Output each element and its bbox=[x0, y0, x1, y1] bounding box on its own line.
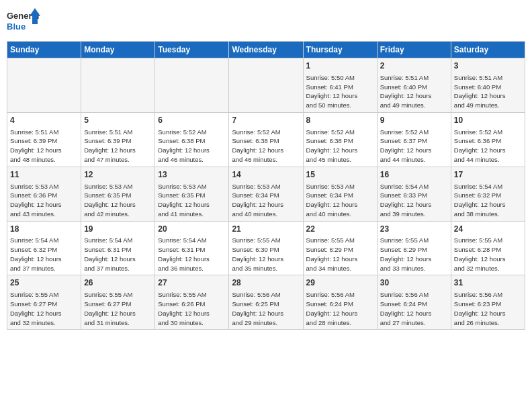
day-number: 5 bbox=[84, 115, 152, 126]
day-info: Sunrise: 5:55 AM Sunset: 6:27 PM Dayligh… bbox=[84, 290, 152, 327]
day-number: 20 bbox=[158, 224, 226, 235]
day-info: Sunrise: 5:52 AM Sunset: 6:36 PM Dayligh… bbox=[454, 128, 522, 165]
day-info: Sunrise: 5:54 AM Sunset: 6:31 PM Dayligh… bbox=[84, 236, 152, 273]
day-cell: 28Sunrise: 5:56 AM Sunset: 6:25 PM Dayli… bbox=[229, 275, 303, 330]
day-cell bbox=[155, 58, 229, 113]
day-number: 10 bbox=[454, 115, 522, 126]
weekday-header-friday: Friday bbox=[377, 42, 451, 58]
weekday-header-sunday: Sunday bbox=[7, 42, 81, 58]
day-cell: 25Sunrise: 5:55 AM Sunset: 6:27 PM Dayli… bbox=[7, 275, 81, 330]
week-row-5: 25Sunrise: 5:55 AM Sunset: 6:27 PM Dayli… bbox=[7, 275, 525, 330]
day-info: Sunrise: 5:56 AM Sunset: 6:24 PM Dayligh… bbox=[380, 290, 448, 327]
day-cell: 9Sunrise: 5:52 AM Sunset: 6:37 PM Daylig… bbox=[377, 112, 451, 167]
day-cell: 12Sunrise: 5:53 AM Sunset: 6:35 PM Dayli… bbox=[81, 167, 155, 221]
day-number: 24 bbox=[454, 224, 522, 235]
day-info: Sunrise: 5:55 AM Sunset: 6:30 PM Dayligh… bbox=[232, 236, 300, 273]
day-number: 28 bbox=[232, 277, 300, 289]
day-info: Sunrise: 5:53 AM Sunset: 6:35 PM Dayligh… bbox=[158, 182, 226, 219]
day-cell: 10Sunrise: 5:52 AM Sunset: 6:36 PM Dayli… bbox=[451, 112, 525, 167]
day-number: 14 bbox=[232, 169, 300, 181]
day-number: 22 bbox=[306, 224, 374, 235]
week-row-2: 4Sunrise: 5:51 AM Sunset: 6:39 PM Daylig… bbox=[7, 112, 525, 167]
day-info: Sunrise: 5:53 AM Sunset: 6:34 PM Dayligh… bbox=[306, 182, 374, 219]
day-number: 4 bbox=[10, 115, 78, 126]
day-info: Sunrise: 5:55 AM Sunset: 6:29 PM Dayligh… bbox=[380, 236, 448, 273]
day-cell: 8Sunrise: 5:52 AM Sunset: 6:38 PM Daylig… bbox=[303, 112, 377, 167]
day-cell: 4Sunrise: 5:51 AM Sunset: 6:39 PM Daylig… bbox=[7, 112, 81, 167]
day-cell: 23Sunrise: 5:55 AM Sunset: 6:29 PM Dayli… bbox=[377, 221, 451, 275]
day-number: 25 bbox=[10, 277, 78, 289]
day-info: Sunrise: 5:52 AM Sunset: 6:38 PM Dayligh… bbox=[158, 128, 226, 165]
day-cell: 13Sunrise: 5:53 AM Sunset: 6:35 PM Dayli… bbox=[155, 167, 229, 221]
day-info: Sunrise: 5:55 AM Sunset: 6:29 PM Dayligh… bbox=[306, 236, 374, 273]
week-row-1: 1Sunrise: 5:50 AM Sunset: 6:41 PM Daylig… bbox=[7, 58, 525, 113]
day-number: 19 bbox=[84, 224, 152, 235]
day-number: 1 bbox=[306, 60, 374, 72]
day-number: 3 bbox=[454, 60, 522, 72]
day-cell bbox=[7, 58, 81, 113]
svg-text:Blue: Blue bbox=[7, 21, 26, 32]
day-info: Sunrise: 5:53 AM Sunset: 6:36 PM Dayligh… bbox=[10, 182, 78, 219]
day-cell: 27Sunrise: 5:55 AM Sunset: 6:26 PM Dayli… bbox=[155, 275, 229, 330]
day-cell: 20Sunrise: 5:54 AM Sunset: 6:31 PM Dayli… bbox=[155, 221, 229, 275]
day-number: 21 bbox=[232, 224, 300, 235]
day-number: 7 bbox=[232, 115, 300, 126]
day-cell: 21Sunrise: 5:55 AM Sunset: 6:30 PM Dayli… bbox=[229, 221, 303, 275]
day-number: 13 bbox=[158, 169, 226, 181]
day-cell: 2Sunrise: 5:51 AM Sunset: 6:40 PM Daylig… bbox=[377, 58, 451, 113]
day-cell: 3Sunrise: 5:51 AM Sunset: 6:40 PM Daylig… bbox=[451, 58, 525, 113]
day-number: 2 bbox=[380, 60, 448, 72]
day-cell: 29Sunrise: 5:56 AM Sunset: 6:24 PM Dayli… bbox=[303, 275, 377, 330]
day-number: 17 bbox=[454, 169, 522, 181]
day-number: 27 bbox=[158, 277, 226, 289]
day-number: 12 bbox=[84, 169, 152, 181]
day-cell: 15Sunrise: 5:53 AM Sunset: 6:34 PM Dayli… bbox=[303, 167, 377, 221]
day-info: Sunrise: 5:52 AM Sunset: 6:38 PM Dayligh… bbox=[306, 128, 374, 165]
weekday-header-saturday: Saturday bbox=[451, 42, 525, 58]
day-info: Sunrise: 5:51 AM Sunset: 6:40 PM Dayligh… bbox=[380, 73, 448, 110]
week-row-4: 18Sunrise: 5:54 AM Sunset: 6:32 PM Dayli… bbox=[7, 221, 525, 275]
day-info: Sunrise: 5:55 AM Sunset: 6:27 PM Dayligh… bbox=[10, 290, 78, 327]
day-cell: 7Sunrise: 5:52 AM Sunset: 6:38 PM Daylig… bbox=[229, 112, 303, 167]
day-number: 6 bbox=[158, 115, 226, 126]
day-cell: 24Sunrise: 5:55 AM Sunset: 6:28 PM Dayli… bbox=[451, 221, 525, 275]
logo: General Blue bbox=[7, 7, 40, 37]
day-info: Sunrise: 5:53 AM Sunset: 6:34 PM Dayligh… bbox=[232, 182, 300, 219]
day-cell: 18Sunrise: 5:54 AM Sunset: 6:32 PM Dayli… bbox=[7, 221, 81, 275]
day-info: Sunrise: 5:55 AM Sunset: 6:28 PM Dayligh… bbox=[454, 236, 522, 273]
day-cell: 31Sunrise: 5:56 AM Sunset: 6:23 PM Dayli… bbox=[451, 275, 525, 330]
day-number: 16 bbox=[380, 169, 448, 181]
week-row-3: 11Sunrise: 5:53 AM Sunset: 6:36 PM Dayli… bbox=[7, 167, 525, 221]
day-number: 18 bbox=[10, 224, 78, 235]
calendar-header: SundayMondayTuesdayWednesdayThursdayFrid… bbox=[7, 42, 525, 58]
day-cell bbox=[81, 58, 155, 113]
calendar-body: 1Sunrise: 5:50 AM Sunset: 6:41 PM Daylig… bbox=[7, 58, 525, 330]
day-cell bbox=[229, 58, 303, 113]
weekday-row: SundayMondayTuesdayWednesdayThursdayFrid… bbox=[7, 42, 525, 58]
day-info: Sunrise: 5:51 AM Sunset: 6:40 PM Dayligh… bbox=[454, 73, 522, 110]
day-cell: 5Sunrise: 5:51 AM Sunset: 6:39 PM Daylig… bbox=[81, 112, 155, 167]
day-cell: 26Sunrise: 5:55 AM Sunset: 6:27 PM Dayli… bbox=[81, 275, 155, 330]
day-cell: 22Sunrise: 5:55 AM Sunset: 6:29 PM Dayli… bbox=[303, 221, 377, 275]
day-cell: 11Sunrise: 5:53 AM Sunset: 6:36 PM Dayli… bbox=[7, 167, 81, 221]
weekday-header-thursday: Thursday bbox=[303, 42, 377, 58]
calendar-table: SundayMondayTuesdayWednesdayThursdayFrid… bbox=[7, 41, 525, 330]
logo-svg: General Blue bbox=[7, 7, 40, 37]
day-cell: 19Sunrise: 5:54 AM Sunset: 6:31 PM Dayli… bbox=[81, 221, 155, 275]
day-info: Sunrise: 5:56 AM Sunset: 6:25 PM Dayligh… bbox=[232, 290, 300, 327]
day-cell: 30Sunrise: 5:56 AM Sunset: 6:24 PM Dayli… bbox=[377, 275, 451, 330]
day-info: Sunrise: 5:50 AM Sunset: 6:41 PM Dayligh… bbox=[306, 73, 374, 110]
day-cell: 17Sunrise: 5:54 AM Sunset: 6:32 PM Dayli… bbox=[451, 167, 525, 221]
day-info: Sunrise: 5:51 AM Sunset: 6:39 PM Dayligh… bbox=[10, 128, 78, 165]
day-info: Sunrise: 5:52 AM Sunset: 6:38 PM Dayligh… bbox=[232, 128, 300, 165]
day-number: 31 bbox=[454, 277, 522, 289]
day-cell: 1Sunrise: 5:50 AM Sunset: 6:41 PM Daylig… bbox=[303, 58, 377, 113]
page-header: General Blue bbox=[7, 7, 525, 37]
day-number: 29 bbox=[306, 277, 374, 289]
day-info: Sunrise: 5:54 AM Sunset: 6:32 PM Dayligh… bbox=[454, 182, 522, 219]
day-number: 9 bbox=[380, 115, 448, 126]
weekday-header-wednesday: Wednesday bbox=[229, 42, 303, 58]
day-number: 15 bbox=[306, 169, 374, 181]
day-info: Sunrise: 5:51 AM Sunset: 6:39 PM Dayligh… bbox=[84, 128, 152, 165]
day-cell: 16Sunrise: 5:54 AM Sunset: 6:33 PM Dayli… bbox=[377, 167, 451, 221]
